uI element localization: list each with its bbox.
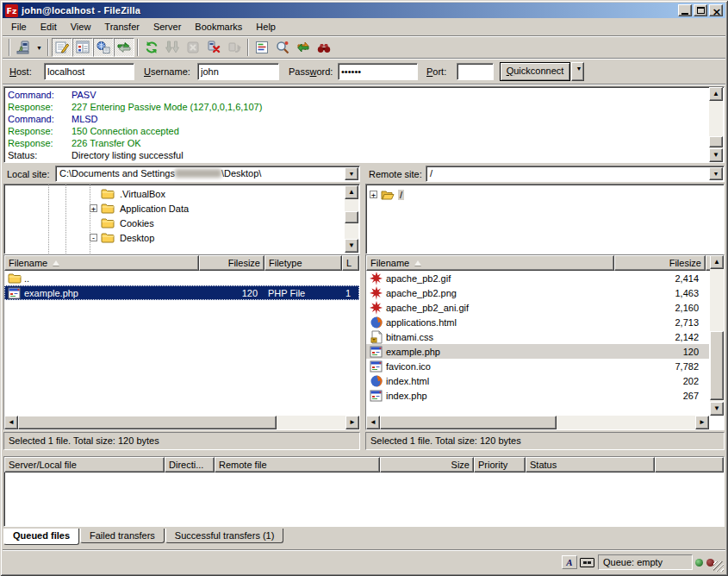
minimize-button[interactable] <box>678 4 692 16</box>
local-list-hscrollbar[interactable] <box>4 416 359 429</box>
column-header-priority[interactable]: Priority <box>474 457 526 473</box>
scroll-thumb[interactable] <box>380 416 557 429</box>
synchronized-browsing-button[interactable] <box>293 38 314 57</box>
password-input[interactable] <box>338 63 418 80</box>
remote-list-hscrollbar[interactable] <box>366 416 709 429</box>
refresh-button[interactable] <box>141 38 162 57</box>
scroll-right-icon[interactable] <box>695 416 709 429</box>
site-manager-button[interactable] <box>13 38 34 57</box>
local-tree-scrollbar[interactable] <box>345 185 358 253</box>
tree-item-root[interactable]: + / <box>366 187 724 202</box>
column-header-status[interactable]: Status <box>526 457 655 473</box>
remote-site-dropdown[interactable] <box>709 167 723 180</box>
scroll-up-icon[interactable] <box>345 185 358 199</box>
remote-list-vscrollbar[interactable] <box>710 255 724 416</box>
menu-edit[interactable]: Edit <box>34 19 64 34</box>
transfer-queue[interactable]: Server/Local file Directi... Remote file… <box>3 456 725 527</box>
message-log[interactable]: Command:PASV Response:227 Entering Passi… <box>3 86 725 163</box>
directory-listing-filters-button[interactable] <box>252 38 272 57</box>
toggle-message-log-button[interactable] <box>52 38 72 57</box>
file-row-selected[interactable]: example.php 120 PHP File 1 <box>4 285 359 300</box>
scroll-thumb[interactable] <box>345 211 358 223</box>
scroll-up-icon[interactable] <box>710 255 724 269</box>
tree-item-virtualbox[interactable]: .VirtualBox <box>4 186 359 201</box>
tab-queued-files[interactable]: Queued files <box>3 529 79 545</box>
site-manager-dropdown[interactable] <box>34 38 45 57</box>
scroll-down-icon[interactable] <box>345 239 358 253</box>
file-row[interactable]: favicon.ico7,782 <box>366 359 709 373</box>
tab-successful-transfers[interactable]: Successful transfers (1) <box>165 529 284 543</box>
menu-view[interactable]: View <box>64 19 98 34</box>
scroll-thumb[interactable] <box>710 331 724 400</box>
file-row[interactable]: apache_pb2_ani.gif2,160 <box>366 300 709 315</box>
toggle-transfer-queue-button[interactable] <box>114 38 134 57</box>
resize-grip[interactable] <box>713 561 724 572</box>
menu-transfer[interactable]: Transfer <box>97 19 146 34</box>
remote-file-list[interactable]: Filename Filesize apache_pb2.gif2,414 ap… <box>365 254 725 430</box>
menu-help[interactable]: Help <box>249 19 283 34</box>
scroll-down-icon[interactable] <box>709 148 723 162</box>
file-row-updir[interactable]: .. <box>4 271 359 285</box>
log-scrollbar[interactable] <box>709 87 723 162</box>
tree-item-cookies[interactable]: Cookies <box>4 216 359 230</box>
quickconnect-dropdown[interactable] <box>571 62 584 81</box>
local-tree[interactable]: .VirtualBox + Application Data Cookies -… <box>3 184 360 254</box>
host-input[interactable] <box>44 63 134 80</box>
column-header-remote-file[interactable]: Remote file <box>215 457 380 473</box>
speed-limits-icon[interactable] <box>580 558 594 567</box>
file-row[interactable]: applications.html2,713 <box>366 315 709 329</box>
file-row[interactable]: index.php267 <box>366 388 709 403</box>
tab-failed-transfers[interactable]: Failed transfers <box>80 529 165 543</box>
find-files-button[interactable] <box>314 38 334 57</box>
local-site-combo[interactable]: C:\Documents and Settings\Desktop\ <box>55 166 360 182</box>
column-header-filesize[interactable]: Filesize <box>199 255 264 271</box>
ascii-data-type-icon[interactable] <box>562 555 577 569</box>
username-input[interactable] <box>197 63 279 80</box>
toggle-local-treeview-button[interactable] <box>72 38 93 57</box>
tree-expander-icon[interactable]: + <box>90 204 97 212</box>
menu-bookmarks[interactable]: Bookmarks <box>188 19 249 34</box>
disconnect-button[interactable] <box>203 38 224 57</box>
remote-tree[interactable]: + / <box>365 184 725 254</box>
scroll-right-icon[interactable] <box>345 416 359 429</box>
toggle-remote-treeview-button[interactable] <box>93 38 114 57</box>
file-row[interactable]: apache_pb2.gif2,414 <box>366 271 709 285</box>
file-row[interactable]: apache_pb2.png1,463 <box>366 285 709 300</box>
column-header-server-local-file[interactable]: Server/Local file <box>4 457 165 473</box>
quickconnect-button[interactable]: Quickconnect <box>500 62 570 81</box>
maximize-button[interactable] <box>694 4 707 16</box>
tree-expander-icon[interactable]: + <box>370 191 377 198</box>
tree-item-desktop[interactable]: - Desktop <box>4 230 359 245</box>
log-line: Response:226 Transfer OK <box>8 137 706 149</box>
column-header-size[interactable]: Size <box>380 457 474 473</box>
close-button[interactable] <box>709 4 723 16</box>
file-row-selected[interactable]: example.php120 <box>366 344 709 359</box>
file-row[interactable]: bitnami.css2,142 <box>366 329 709 344</box>
column-header-lastmodified[interactable]: L <box>342 255 359 271</box>
local-site-dropdown[interactable] <box>345 167 358 180</box>
title-bar[interactable]: john@localhost - FileZilla <box>3 3 725 18</box>
cancel-operation-button[interactable] <box>183 38 203 57</box>
tree-item-application-data[interactable]: + Application Data <box>4 201 359 216</box>
remote-site-combo[interactable]: / <box>426 166 725 182</box>
menu-server[interactable]: Server <box>146 19 188 34</box>
scroll-left-icon[interactable] <box>366 416 380 429</box>
port-input[interactable] <box>457 63 494 80</box>
column-header-direction[interactable]: Directi... <box>165 457 215 473</box>
scroll-thumb[interactable] <box>709 136 723 147</box>
scroll-thumb[interactable] <box>18 416 277 429</box>
tree-expander-icon[interactable]: - <box>90 234 97 241</box>
scroll-left-icon[interactable] <box>4 416 18 429</box>
scroll-down-icon[interactable] <box>710 402 724 416</box>
column-header-filetype[interactable]: Filetype <box>264 255 342 271</box>
reconnect-button[interactable] <box>224 38 245 57</box>
column-header-filename[interactable]: Filename <box>366 255 614 271</box>
column-header-filesize[interactable]: Filesize <box>614 255 706 271</box>
menu-file[interactable]: File <box>4 19 34 34</box>
local-file-list[interactable]: Filename Filesize Filetype L .. example.… <box>3 254 360 430</box>
file-row[interactable]: index.html202 <box>366 373 709 388</box>
column-header-filename[interactable]: Filename <box>4 255 199 271</box>
directory-comparison-button[interactable] <box>272 38 293 57</box>
process-queue-button[interactable] <box>162 38 183 57</box>
scroll-up-icon[interactable] <box>709 87 723 101</box>
